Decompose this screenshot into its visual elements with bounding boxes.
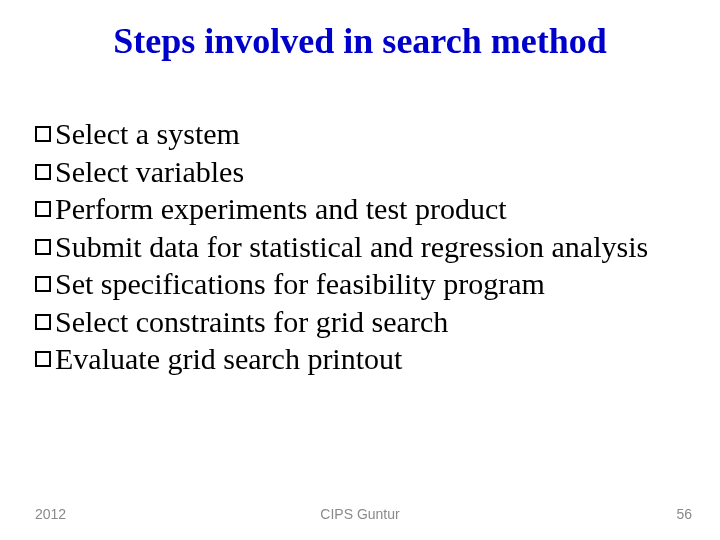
list-item-text: Select a system (55, 115, 685, 153)
slide: Steps involved in search method Select a… (0, 0, 720, 540)
list-item: Evaluate grid search printout (35, 340, 685, 378)
square-bullet-icon (35, 314, 51, 330)
list-item-text: Perform experiments and test product (55, 190, 685, 228)
footer-center: CIPS Guntur (0, 506, 720, 522)
list-item: Set specifications for feasibility progr… (35, 265, 685, 303)
list-item-text: Submit data for statistical and regressi… (55, 228, 685, 266)
list-item-text: Evaluate grid search printout (55, 340, 685, 378)
list-item: Select variables (35, 153, 685, 191)
list-item-text: Select constraints for grid search (55, 303, 685, 341)
list-item: Submit data for statistical and regressi… (35, 228, 685, 266)
square-bullet-icon (35, 164, 51, 180)
footer-page: 56 (676, 506, 692, 522)
square-bullet-icon (35, 126, 51, 142)
list-item-text: Set specifications for feasibility progr… (55, 265, 685, 303)
list-item-text: Select variables (55, 153, 685, 191)
square-bullet-icon (35, 276, 51, 292)
list-item: Select a system (35, 115, 685, 153)
slide-title: Steps involved in search method (0, 20, 720, 62)
square-bullet-icon (35, 239, 51, 255)
list-item: Select constraints for grid search (35, 303, 685, 341)
list-item: Perform experiments and test product (35, 190, 685, 228)
slide-body: Select a system Select variables Perform… (35, 115, 685, 378)
square-bullet-icon (35, 351, 51, 367)
square-bullet-icon (35, 201, 51, 217)
